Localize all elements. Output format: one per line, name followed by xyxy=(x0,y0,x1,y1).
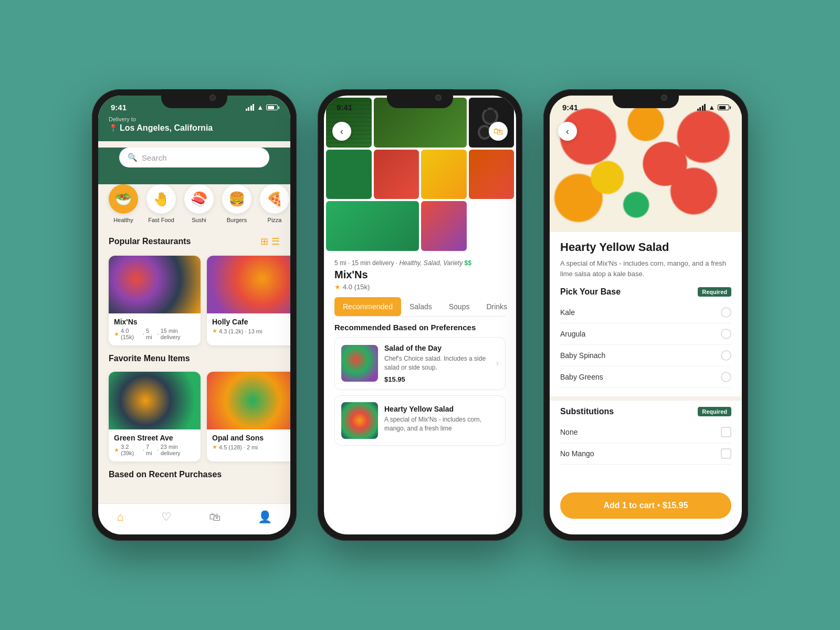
tab-recommended[interactable]: Recommended xyxy=(334,297,401,316)
salad-day-info: Salad of the Day Chef's Choice salad. In… xyxy=(384,344,490,383)
category-sushi[interactable]: 🍣 Sushi xyxy=(184,184,214,223)
tomato-cell xyxy=(374,150,419,200)
meta-tags: Healthy, Salad, Variety xyxy=(399,259,463,267)
back-button-2[interactable]: ‹ xyxy=(332,122,351,141)
list-icon[interactable]: ☰ xyxy=(271,236,280,247)
view-toggle[interactable]: ⊞ ☰ xyxy=(260,236,280,247)
no-mango-checkbox[interactable] xyxy=(721,448,731,459)
restaurants-row: Mix'Ns ★ 4.0 (15k) · 5 mi · 15 min deliv… xyxy=(98,251,290,350)
nav-favorites[interactable]: ♡ xyxy=(161,510,172,524)
signal-icon-1 xyxy=(246,104,255,111)
category-fastfood[interactable]: 🤚 Fast Food xyxy=(146,184,176,223)
add-to-cart-label: Add 1 to cart xyxy=(603,501,655,510)
meta-delivery: 15 min delivery xyxy=(352,259,394,267)
baby-spinach-radio[interactable] xyxy=(721,350,731,361)
none-checkbox[interactable] xyxy=(721,427,731,437)
wifi-icon-3: ▲ xyxy=(708,103,715,111)
grid-icon[interactable]: ⊞ xyxy=(260,236,268,247)
baby-spinach-label: Baby Spinach xyxy=(560,351,605,360)
arugula-radio[interactable] xyxy=(721,329,731,339)
dish-content: Hearty Yellow Salad A special of Mix'Ns … xyxy=(550,232,742,481)
person-icon: 👤 xyxy=(258,510,272,524)
category-fastfood-label: Fast Food xyxy=(148,217,174,223)
search-bar[interactable]: 🔍 Search xyxy=(119,148,269,167)
hearty-image xyxy=(341,402,378,439)
menu-item-salad-day[interactable]: Salad of the Day Chef's Choice salad. In… xyxy=(334,337,506,390)
search-icon: 🔍 xyxy=(128,153,138,162)
favorites-section-header: Favorite Menu Items xyxy=(98,350,290,368)
option-arugula[interactable]: Arugula xyxy=(560,323,731,345)
category-healthy[interactable]: 🥗 Healthy xyxy=(109,184,138,223)
add-to-cart-button[interactable]: Add 1 to cart • $15.95 xyxy=(560,492,731,519)
status-icons-3: ▲ xyxy=(697,103,729,111)
star-icon-4: ★ xyxy=(212,444,217,450)
green-name: Green Street Ave xyxy=(114,434,195,442)
fastfood-icon: 🤚 xyxy=(146,184,176,214)
tab-soups[interactable]: Soups xyxy=(440,297,478,316)
healthy-icon: 🥗 xyxy=(109,184,138,214)
category-burgers[interactable]: 🍔 Burgers xyxy=(222,184,251,223)
restaurant-card-holly[interactable]: Holly Cafe ★ 4.3 (1.2k) · 13 mi xyxy=(207,256,290,345)
wifi-icon-1: ▲ xyxy=(257,103,264,111)
base-section-title: Pick Your Base xyxy=(560,287,621,297)
cart-button-2[interactable]: 🛍 xyxy=(489,122,508,141)
signal-icon-2 xyxy=(471,104,480,111)
delivery-label: Delivery to xyxy=(109,116,280,122)
tab-drinks[interactable]: Drinks xyxy=(478,297,516,316)
battery-icon-1 xyxy=(266,104,278,110)
recommended-title: Recommended Based on Preferences xyxy=(334,323,506,332)
home-icon: ⌂ xyxy=(117,510,123,524)
kale-label: Kale xyxy=(560,308,575,317)
pizza-icon: 🍕 xyxy=(260,184,289,214)
dish-description: A special of Mix'Ns - includes corn, man… xyxy=(560,258,731,279)
option-no-mango[interactable]: No Mango xyxy=(560,443,731,465)
mixns-name: Mix'Ns xyxy=(114,318,195,326)
wifi-icon-2: ▲ xyxy=(482,103,489,111)
category-pizza-label: Pizza xyxy=(268,217,282,223)
menu-card-green[interactable]: Green Street Ave ★ 3.2 (39k) · 7 mi · 23… xyxy=(109,372,201,461)
back-button-3[interactable]: ‹ xyxy=(558,122,577,141)
recommended-section: Recommended Based on Preferences Salad o… xyxy=(334,317,506,457)
tab-salads[interactable]: Salads xyxy=(401,297,440,316)
salad-day-desc: Chef's Choice salad. Includes a side sal… xyxy=(384,354,490,372)
recent-section-title: Based on Recent Purchases xyxy=(109,470,222,479)
subs-section-title: Substitutions xyxy=(560,407,614,416)
menu-item-hearty[interactable]: Hearty Yellow Salad A special of Mix'Ns … xyxy=(334,395,506,446)
baby-greens-radio[interactable] xyxy=(721,372,731,382)
add-to-cart-price: $15.95 xyxy=(663,501,688,510)
menu-tabs: Recommended Salads Soups Drinks xyxy=(334,297,506,317)
restaurant-card-mixns[interactable]: Mix'Ns ★ 4.0 (15k) · 5 mi · 15 min deliv… xyxy=(109,256,201,345)
camera-dot-2 xyxy=(435,94,442,101)
menu-card-opal[interactable]: Opal and Sons ★ 4.5 (128) · 2 mi xyxy=(207,372,290,461)
delivery-location: 📍 Los Angeles, California xyxy=(109,123,280,133)
option-baby-spinach[interactable]: Baby Spinach xyxy=(560,345,731,366)
section-divider xyxy=(550,396,742,401)
mixns-rating: 4.0 (15k) xyxy=(121,328,141,340)
substitutions-section: Substitutions Required None No Mango xyxy=(560,407,731,465)
restaurant-content: 5 mi · 15 min delivery · Healthy, Salad,… xyxy=(324,253,516,457)
star-icon-3: ★ xyxy=(114,447,119,454)
mixns-image xyxy=(109,256,201,313)
nav-profile[interactable]: 👤 xyxy=(258,510,272,524)
kale-radio[interactable] xyxy=(721,307,731,318)
salad-day-name: Salad of the Day xyxy=(384,344,490,352)
hearty-name: Hearty Yellow Salad xyxy=(384,405,499,413)
status-time-2: 9:41 xyxy=(337,103,352,112)
option-kale[interactable]: Kale xyxy=(560,302,731,323)
menu-items-row: Green Street Ave ★ 3.2 (39k) · 7 mi · 23… xyxy=(98,368,290,466)
subs-required-badge: Required xyxy=(698,407,731,416)
broccoli-cell xyxy=(326,150,372,200)
add-to-cart-separator: • xyxy=(657,501,663,510)
option-none[interactable]: None xyxy=(560,422,731,443)
nav-home[interactable]: ⌂ xyxy=(117,510,123,524)
option-baby-greens[interactable]: Baby Greens xyxy=(560,366,731,388)
tomato2-cell xyxy=(469,150,514,200)
phone-3: 9:41 ▲ ‹ Hearty Yellow Salad A xyxy=(543,89,748,541)
nav-cart[interactable]: 🛍 xyxy=(209,510,220,524)
battery-icon-2 xyxy=(492,104,503,110)
hearty-desc: A special of Mix'Ns - includes corn, man… xyxy=(384,415,499,433)
star-icon-2: ★ xyxy=(212,328,217,334)
camera-dot-3 xyxy=(661,94,667,101)
hearty-info: Hearty Yellow Salad A special of Mix'Ns … xyxy=(384,405,499,436)
category-pizza[interactable]: 🍕 Pizza xyxy=(260,184,289,223)
